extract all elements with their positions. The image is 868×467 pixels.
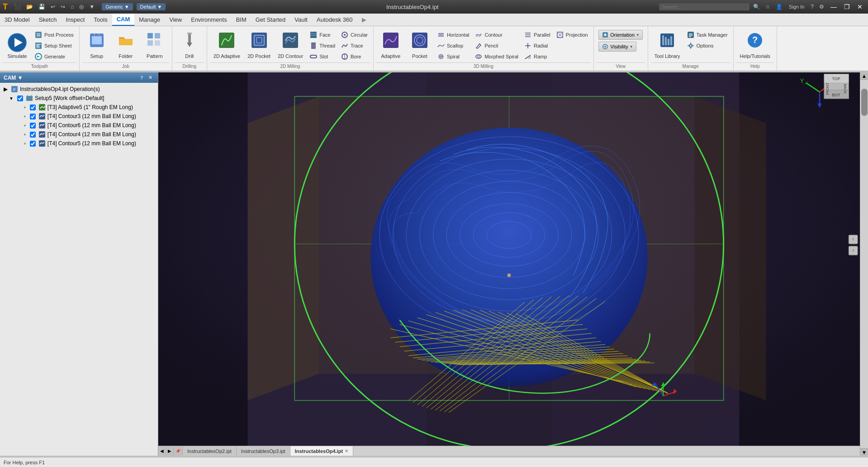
tab-op3[interactable]: InstructablesOp3.ipt [237, 446, 290, 456]
menu-more[interactable]: ▶ [357, 14, 371, 26]
setup-sheet-button[interactable]: Setup Sheet [33, 41, 76, 51]
vertical-scrollbar[interactable]: ▲ ▼ [860, 72, 868, 456]
spiral-button[interactable]: Spiral [435, 52, 471, 62]
tree-contour3-item[interactable]: + [T4] Contour3 (12 mm Ball EM Long) [2, 112, 156, 121]
qa-home[interactable]: ⌂ [69, 3, 76, 10]
radial-button[interactable]: Radial [522, 41, 552, 51]
tree-plus-btn5[interactable]: + [24, 141, 26, 146]
menu-vault[interactable]: Vault [290, 14, 312, 26]
tab-op4[interactable]: InstructablesOp4.ipt ✕ [290, 446, 353, 456]
nav-cube[interactable]: TOP BOT FRONT BACK [824, 74, 849, 99]
slot-button[interactable]: Slot [308, 52, 337, 62]
tab-scroll-left[interactable]: ◀ [158, 446, 166, 456]
parallel-button[interactable]: Parallel [522, 30, 552, 40]
drill-button[interactable]: Drill [176, 30, 203, 61]
menu-inspect[interactable]: Inspect [61, 14, 89, 26]
projection-button[interactable]: Projection [554, 30, 590, 40]
contour-button[interactable]: Contour [473, 30, 520, 40]
cam-panel-close[interactable]: ✕ [147, 74, 154, 81]
tab-op2[interactable]: InstructablesOp2.ipt [183, 446, 237, 456]
tree-plus-btn2[interactable]: + [24, 114, 26, 119]
adaptive-button[interactable]: Adaptive [377, 30, 404, 61]
menu-3dmodel[interactable]: 3D Model [0, 14, 34, 26]
morphed-spiral-button[interactable]: Morphed Spiral [473, 52, 520, 62]
vscroll-thumb[interactable] [861, 89, 868, 116]
default-dropdown[interactable]: Default ▼ [137, 3, 166, 10]
qa-redo[interactable]: ↪ [59, 3, 67, 10]
search-btn[interactable]: 🔍 [751, 3, 762, 10]
tree-root-item[interactable]: ▶ F InstructablesOp4.ipt Operation(s) [2, 85, 156, 94]
tool-library-button[interactable]: Tool Library [652, 30, 683, 61]
circular-button[interactable]: Circular [339, 30, 370, 40]
qa-more[interactable]: ▼ [87, 3, 96, 10]
folder-button[interactable]: Folder [112, 30, 139, 61]
tab-pin[interactable]: 📌 [174, 446, 183, 456]
scallop-button[interactable]: Scallop [435, 41, 471, 51]
tree-plus-btn[interactable]: + [24, 105, 26, 110]
post-process-button[interactable]: Post Process [33, 30, 76, 40]
menu-sketch[interactable]: Sketch [34, 14, 62, 26]
tree-contour4-item[interactable]: + [T4] Contour4 (12 mm Ball EM Long) [2, 130, 156, 139]
tree-setup-checkbox[interactable] [17, 95, 23, 101]
tree-contour4-checkbox[interactable] [30, 132, 36, 138]
tree-contour3-checkbox[interactable] [30, 114, 36, 119]
qa-measure[interactable]: ◎ [77, 3, 85, 10]
menu-view[interactable]: View [165, 14, 186, 26]
menu-cam[interactable]: CAM [112, 14, 135, 26]
menu-autodesk360[interactable]: Autodesk 360 [312, 14, 357, 26]
menu-manage[interactable]: Manage [134, 14, 165, 26]
task-manager-button[interactable]: Task Manager [685, 30, 730, 40]
help-tutorials-button[interactable]: ? Help/Tutorials [737, 30, 773, 61]
menu-bim[interactable]: BIM [232, 14, 251, 26]
generate-button[interactable]: Generate [33, 52, 76, 62]
viewport[interactable]: Y X TOP BOT FRONT BACK ‹ › [158, 72, 860, 456]
vscroll-up[interactable]: ▲ [860, 72, 868, 80]
restore-btn[interactable]: ❐ [841, 2, 853, 11]
tab-scroll-right[interactable]: ▶ [166, 446, 174, 456]
star-btn[interactable]: ☆ [764, 3, 772, 10]
orientation-button[interactable]: Orientation ▼ [598, 30, 643, 40]
user-btn[interactable]: 👤 [774, 3, 784, 10]
tree-adaptive5-checkbox[interactable] [30, 105, 36, 110]
tree-plus-btn3[interactable]: + [24, 123, 26, 128]
face-button[interactable]: Face [308, 30, 337, 40]
tree-contour5-item[interactable]: + [T4] Contour5 (12 mm Ball EM Long) [2, 139, 156, 148]
2d-pocket-button[interactable]: 2D Pocket [245, 30, 273, 61]
close-btn[interactable]: ✕ [854, 2, 865, 11]
thread-button[interactable]: Thread [308, 41, 337, 51]
vscroll-down[interactable]: ▼ [860, 448, 868, 456]
ramp-button[interactable]: Ramp [522, 52, 552, 62]
tree-plus-btn4[interactable]: + [24, 132, 26, 137]
settings-btn[interactable]: ⚙ [817, 3, 826, 10]
tab-op4-close[interactable]: ✕ [345, 448, 348, 453]
options-button[interactable]: Options [685, 41, 730, 51]
cam-help-btn[interactable]: ? [138, 74, 145, 81]
pocket-button[interactable]: Pocket [406, 30, 433, 61]
minimize-btn[interactable]: — [828, 2, 840, 11]
tree-setup-item[interactable]: ▼ Setup5 [Work offset=Default] [2, 94, 156, 103]
qa-open[interactable]: 📂 [24, 3, 35, 10]
menu-getstarted[interactable]: Get Started [251, 14, 290, 26]
bore-button[interactable]: Bore [339, 52, 370, 62]
sign-in-btn[interactable]: Sign In [786, 4, 807, 10]
2d-adaptive-button[interactable]: 2D Adaptive [211, 30, 243, 61]
2d-contour-button[interactable]: 2D Contour [275, 30, 306, 61]
visibility-button[interactable]: Visibility ▼ [598, 42, 636, 52]
menu-environments[interactable]: Environments [186, 14, 231, 26]
qa-new[interactable]: ⬛ [12, 3, 23, 10]
tree-adaptive5-item[interactable]: + [T3] Adaptive5 (1" Rough EM Long) [2, 103, 156, 112]
menu-tools[interactable]: Tools [89, 14, 112, 26]
tree-contour5-checkbox[interactable] [30, 141, 36, 147]
setup-button[interactable]: Setup [83, 30, 110, 61]
pattern-button[interactable]: Pattern [141, 30, 168, 61]
search-input[interactable] [659, 3, 749, 10]
qa-undo[interactable]: ↩ [49, 3, 57, 10]
horizontal-button[interactable]: Horizontal [435, 30, 471, 40]
help-icon-btn[interactable]: ? [809, 3, 816, 10]
tree-contour6-checkbox[interactable] [30, 123, 36, 129]
simulate-button[interactable]: Simulate [4, 30, 31, 61]
tree-contour6-item[interactable]: + [T4] Contour6 (12 mm Ball EM Long) [2, 121, 156, 130]
profile-dropdown[interactable]: Generic ▼ [102, 3, 133, 10]
trace-button[interactable]: Trace [339, 41, 370, 51]
pencil-button[interactable]: Pencil [473, 41, 520, 51]
